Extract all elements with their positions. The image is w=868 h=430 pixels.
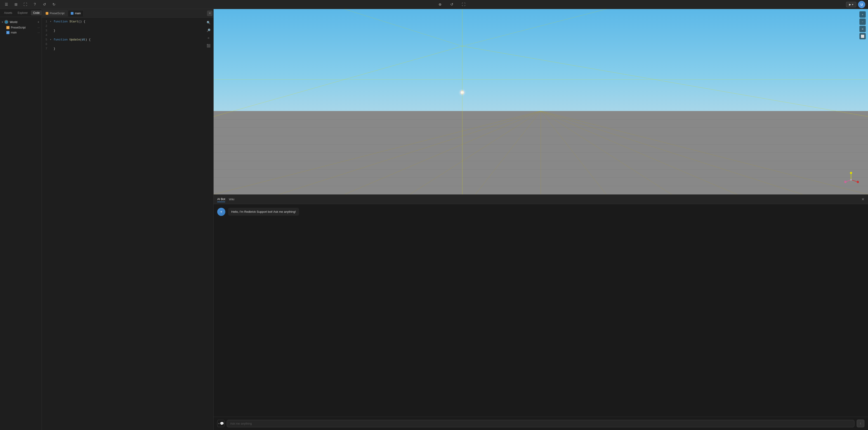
toolbar-right: ▶ ▾ U xyxy=(846,1,865,8)
line-number-7: 7 xyxy=(42,47,50,51)
add-world-item-button[interactable]: + xyxy=(37,20,40,24)
main-layout: Assets Explorer Code ▾ 🌐 World + S Prese… xyxy=(0,9,868,430)
presetscript-tab-label: PresetScript xyxy=(50,12,64,15)
editor-sidebar-icons: 🔍 🔎 ≡ ⬛ xyxy=(205,20,212,49)
main-script-icon: S xyxy=(6,31,9,34)
main-more-button[interactable]: ··· xyxy=(37,31,40,34)
fullscreen-viewport-button[interactable]: ⬜ xyxy=(860,33,866,39)
line-content-7: } xyxy=(53,47,213,51)
code-line-6: 6 xyxy=(42,42,213,47)
zoom-in-icon-button[interactable]: 🔍 xyxy=(205,20,212,26)
bot-greeting-message: + Hello, I'm Redbrick Support bot! Ask m… xyxy=(217,208,864,216)
main-tab-icon xyxy=(71,12,73,15)
scene-background: .grid-line { stroke: #b8a000; stroke-wid… xyxy=(214,9,868,194)
world-globe-icon: 🌐 xyxy=(4,20,8,24)
code-line-5: 5 ▾ function Update(dt) { xyxy=(42,37,213,42)
viewport[interactable]: .grid-line { stroke: #b8a000; stroke-wid… xyxy=(214,9,868,194)
line-content-1: function Start() { xyxy=(53,20,213,24)
line-number-2: 2 xyxy=(42,24,50,29)
chat-messages: + Hello, I'm Redbrick Support bot! Ask m… xyxy=(214,204,868,417)
presetscript-tree-item[interactable]: S PresetScript ··· xyxy=(4,25,41,30)
main-tab-label: main xyxy=(75,12,81,15)
publish-button[interactable]: ▶ ▾ xyxy=(846,2,856,7)
main-editor-tab[interactable]: main xyxy=(68,10,84,17)
line-indicator-5: ▾ xyxy=(50,37,53,42)
code-line-1: 1 ▾ function Start() { xyxy=(42,20,213,24)
main-tree-item[interactable]: S main ··· xyxy=(4,30,41,35)
assets-tab[interactable]: Assets xyxy=(2,10,14,16)
chat-header: AI Bot Wiki ✕ xyxy=(214,195,868,204)
left-panel: Assets Explorer Code ▾ 🌐 World + S Prese… xyxy=(0,9,42,430)
line-number-3: 3 xyxy=(42,29,50,33)
chat-close-button[interactable]: ✕ xyxy=(862,197,864,202)
svg-text:X: X xyxy=(857,180,859,182)
zoom-out-viewport-button[interactable]: − xyxy=(860,19,866,25)
new-chat-button[interactable]: +💬 xyxy=(217,420,224,427)
home-icon-button[interactable]: ⊞ xyxy=(12,1,20,8)
world-label: World xyxy=(10,20,36,24)
code-panel: PresetScript main ✕ 1 ▾ function Start()… xyxy=(42,9,214,430)
svg-point-32 xyxy=(850,179,852,181)
viewport-expand-button[interactable]: ⛶ xyxy=(460,1,467,8)
toolbar-center: ⊕ ↺ ⛶ xyxy=(436,1,467,8)
center-scene-object xyxy=(460,90,465,95)
code-tabs: PresetScript main ✕ xyxy=(42,9,213,18)
send-icon: ↑ xyxy=(860,422,862,425)
code-editor-body[interactable]: 1 ▾ function Start() { 2 3 } 4 xyxy=(42,18,213,430)
presetscript-tab-icon xyxy=(46,12,49,15)
top-toolbar: ☰ ⊞ ⛶ ? ↺ ↻ ⊕ ↺ ⛶ ▶ ▾ U xyxy=(0,0,868,9)
presetscript-more-button[interactable]: ··· xyxy=(37,26,40,29)
zoom-out-icon-button[interactable]: 🔎 xyxy=(205,27,212,33)
line-content-5: function Update(dt) { xyxy=(53,37,213,42)
viewport-controls: + − ≡ ⬜ xyxy=(860,11,866,39)
line-number-5: 5 xyxy=(42,37,50,42)
user-avatar-button[interactable]: U xyxy=(858,1,865,8)
explorer-tab[interactable]: Explorer xyxy=(16,10,30,16)
tree-section: ▾ 🌐 World + S PresetScript ··· S main ··… xyxy=(0,17,41,37)
fullscreen-icon-button[interactable]: ⛶ xyxy=(22,1,29,8)
redo-icon-button[interactable]: ↻ xyxy=(50,1,57,8)
code-line-4: 4 xyxy=(42,33,213,37)
publish-icon: ▶ xyxy=(849,3,851,6)
code-line-3: 3 } xyxy=(42,29,213,33)
presetscript-editor-tab[interactable]: PresetScript xyxy=(43,10,67,16)
code-tab[interactable]: Code xyxy=(31,10,42,16)
left-panel-tabs: Assets Explorer Code xyxy=(0,9,41,17)
greeting-bubble: Hello, I'm Redbrick Support bot! Ask me … xyxy=(228,208,299,216)
publish-dropdown-icon: ▾ xyxy=(852,3,853,6)
help-icon-button[interactable]: ? xyxy=(31,1,38,8)
chat-panel: AI Bot Wiki ✕ + Hello, I'm Redbrick Supp… xyxy=(214,194,868,430)
line-content-3: } xyxy=(53,29,213,33)
aibot-chat-tab[interactable]: AI Bot xyxy=(217,196,225,202)
sky-background xyxy=(214,9,868,120)
grid-overlay-svg: .grid-line { stroke: #b8a000; stroke-wid… xyxy=(214,111,868,194)
code-line-2: 2 xyxy=(42,24,213,29)
tree-children: S PresetScript ··· S main ··· xyxy=(0,25,41,35)
close-editor-tab-button[interactable]: ✕ xyxy=(207,11,213,16)
main-label: main xyxy=(11,31,36,34)
move-tool-button[interactable]: ⊕ xyxy=(436,1,444,8)
greeting-text: Hello, I'm Redbrick Support bot! Ask me … xyxy=(231,210,296,213)
presetscript-label: PresetScript xyxy=(11,26,36,29)
presetscript-icon: S xyxy=(6,26,9,29)
format-icon-button[interactable]: ≡ xyxy=(205,35,212,41)
menu-icon-button[interactable]: ☰ xyxy=(3,1,10,8)
line-content-2 xyxy=(53,24,213,29)
bot-avatar-icon: + xyxy=(217,208,225,216)
chat-input-field[interactable] xyxy=(227,420,855,427)
line-number-1: 1 xyxy=(42,20,50,24)
refresh-button[interactable]: ↺ xyxy=(448,1,456,8)
chat-send-button[interactable]: ↑ xyxy=(857,420,864,427)
chat-input-area: +💬 ↑ xyxy=(214,417,868,430)
wiki-chat-tab[interactable]: Wiki xyxy=(229,197,235,202)
world-chevron-icon: ▾ xyxy=(2,21,3,23)
line-indicator-1: ▾ xyxy=(50,20,53,24)
view-options-button[interactable]: ≡ xyxy=(860,26,866,32)
settings-icon-button[interactable]: ⬛ xyxy=(205,42,212,49)
scene-gizmo: Y X Z xyxy=(843,172,859,188)
world-tree-item[interactable]: ▾ 🌐 World + xyxy=(0,19,41,25)
undo-icon-button[interactable]: ↺ xyxy=(41,1,48,8)
ground-plane: .grid-line { stroke: #b8a000; stroke-wid… xyxy=(214,111,868,194)
zoom-in-viewport-button[interactable]: + xyxy=(860,11,866,18)
code-line-7: 7 } xyxy=(42,47,213,51)
